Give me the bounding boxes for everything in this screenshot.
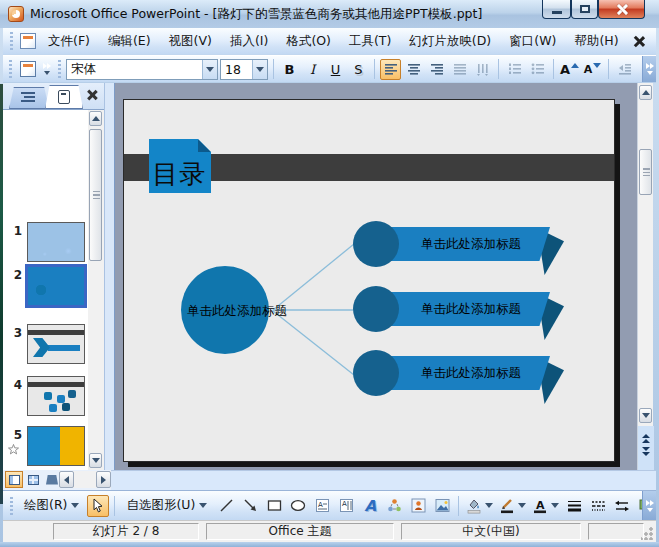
close-presentation-icon[interactable]: [633, 35, 646, 48]
previous-slide-button[interactable]: [638, 434, 654, 443]
thumbnails-scrollbar[interactable]: [88, 110, 104, 470]
slide-sorter-view-button[interactable]: [24, 471, 42, 488]
hub-placeholder-text[interactable]: 单击此处添加标题: [187, 303, 287, 320]
underline-button[interactable]: U: [325, 59, 346, 80]
resize-grip[interactable]: [641, 527, 654, 540]
banner-circle-shape[interactable]: [353, 350, 399, 396]
scrollbar-thumb[interactable]: [639, 149, 652, 195]
banner-shape[interactable]: 单击此处添加标题: [374, 356, 550, 390]
menu-slideshow[interactable]: 幻灯片放映(D): [401, 29, 499, 54]
scroll-up-button[interactable]: [639, 85, 652, 100]
menu-window[interactable]: 窗口(W): [501, 29, 564, 54]
scroll-down-button[interactable]: [89, 453, 102, 468]
banner-placeholder-text[interactable]: 单击此处添加标题: [403, 365, 521, 382]
next-slide-button[interactable]: [638, 447, 654, 456]
horizontal-scrollbar[interactable]: [59, 471, 111, 488]
slide-thumbnail-1[interactable]: [27, 222, 85, 262]
slide-thumbnail-3[interactable]: [27, 324, 85, 364]
fill-color-button[interactable]: [464, 496, 495, 515]
text-box-button[interactable]: A: [311, 495, 333, 517]
font-name-dropdown[interactable]: [202, 60, 217, 79]
scroll-left-button[interactable]: [59, 471, 74, 488]
font-size-dropdown[interactable]: [252, 60, 267, 79]
oval-button[interactable]: [287, 495, 309, 517]
scrollbar-thumb[interactable]: [89, 129, 102, 261]
double-up-arrow-icon: [642, 439, 650, 443]
formatting-toolbar-grip[interactable]: [58, 60, 61, 78]
italic-button[interactable]: I: [302, 59, 323, 80]
toolbar-options-button[interactable]: [642, 491, 656, 520]
banner-circle-shape[interactable]: [353, 286, 399, 332]
decrease-font-size-button[interactable]: A: [582, 59, 603, 80]
line-style-button[interactable]: [563, 495, 585, 517]
align-center-button[interactable]: [403, 59, 424, 80]
slide-canvas[interactable]: 目录 单击此处添加标题 单击此处添加标题 单击此处添加标题 单击此处添加标题: [123, 99, 615, 462]
menu-bar-grip[interactable]: [10, 32, 13, 50]
text-shadow-button[interactable]: S: [348, 59, 369, 80]
menu-file[interactable]: 文件(F): [40, 29, 98, 54]
slide-thumbnail-4[interactable]: [27, 376, 85, 416]
bold-button[interactable]: B: [279, 59, 300, 80]
panel-splitter[interactable]: [104, 83, 115, 470]
decrease-indent-button[interactable]: [614, 59, 635, 80]
align-right-button[interactable]: [426, 59, 447, 80]
vertical-text-box-button[interactable]: A: [335, 495, 357, 517]
numbering-button[interactable]: [504, 59, 525, 80]
banner-circle-shape[interactable]: [353, 221, 399, 267]
autoshapes-menu-button[interactable]: 自选图形(U): [120, 494, 213, 517]
menu-format[interactable]: 格式(O): [278, 29, 339, 54]
toolbar-options-button[interactable]: [642, 56, 656, 82]
slide-thumbnail-5[interactable]: [27, 426, 85, 466]
align-left-button[interactable]: [380, 59, 401, 80]
standard-toolbar-options-button[interactable]: [40, 59, 53, 80]
font-color-button[interactable]: A: [530, 496, 561, 515]
banner-shape[interactable]: 单击此处添加标题: [374, 292, 550, 326]
font-size-combobox[interactable]: 18: [220, 59, 268, 80]
distribute-button[interactable]: [449, 59, 470, 80]
scroll-down-button[interactable]: [639, 408, 652, 423]
arrow-button[interactable]: [239, 495, 261, 517]
normal-view-button[interactable]: [5, 471, 23, 488]
bullets-button[interactable]: [527, 59, 548, 80]
tab-outline[interactable]: [9, 87, 49, 109]
line-color-button[interactable]: [497, 496, 528, 515]
standard-toolbar-grip[interactable]: [9, 60, 12, 78]
font-name-combobox[interactable]: 宋体: [66, 59, 218, 80]
chevron-down-icon: [206, 67, 214, 72]
minimize-button[interactable]: [542, 0, 571, 19]
close-pane-icon[interactable]: [86, 89, 97, 100]
tab-slides[interactable]: [45, 85, 83, 109]
scroll-up-button[interactable]: [89, 111, 102, 126]
menu-view[interactable]: 视图(V): [161, 29, 220, 54]
arrow-style-button[interactable]: [611, 495, 633, 517]
slide-workspace: 目录 单击此处添加标题 单击此处添加标题 单击此处添加标题 单击此处添加标题: [115, 83, 637, 470]
rectangle-button[interactable]: [263, 495, 285, 517]
banner-shape[interactable]: 单击此处添加标题: [374, 227, 550, 261]
powerpoint-app-icon[interactable]: [8, 6, 24, 22]
scroll-right-button[interactable]: [96, 471, 111, 488]
increase-font-size-button[interactable]: A: [559, 59, 580, 80]
dash-style-button[interactable]: [587, 495, 609, 517]
banner-placeholder-text[interactable]: 单击此处添加标题: [403, 236, 521, 253]
close-button[interactable]: [598, 0, 645, 19]
theme-indicator[interactable]: Office 主题: [206, 523, 394, 540]
select-objects-button[interactable]: [87, 495, 109, 517]
banner-placeholder-text[interactable]: 单击此处添加标题: [403, 301, 521, 318]
menu-edit[interactable]: 编辑(E): [100, 29, 159, 54]
draw-menu-button[interactable]: 绘图(R): [18, 494, 85, 517]
clip-art-button[interactable]: [407, 495, 429, 517]
drawing-toolbar-grip[interactable]: [10, 497, 13, 515]
diagram-button[interactable]: [383, 495, 405, 517]
maximize-button[interactable]: [571, 0, 598, 19]
slide-scrollbar[interactable]: [637, 83, 653, 470]
menu-tools[interactable]: 工具(T): [341, 29, 399, 54]
new-document-button[interactable]: [17, 59, 38, 80]
insert-picture-button[interactable]: [431, 495, 453, 517]
line-button[interactable]: [215, 495, 237, 517]
text-direction-button[interactable]: [472, 59, 493, 80]
slide-thumbnail-2[interactable]: [25, 264, 87, 308]
wordart-button[interactable]: A: [359, 495, 381, 517]
language-indicator[interactable]: 中文(中国): [401, 523, 581, 540]
menu-help[interactable]: 帮助(H): [566, 29, 626, 54]
menu-insert[interactable]: 插入(I): [222, 29, 276, 54]
